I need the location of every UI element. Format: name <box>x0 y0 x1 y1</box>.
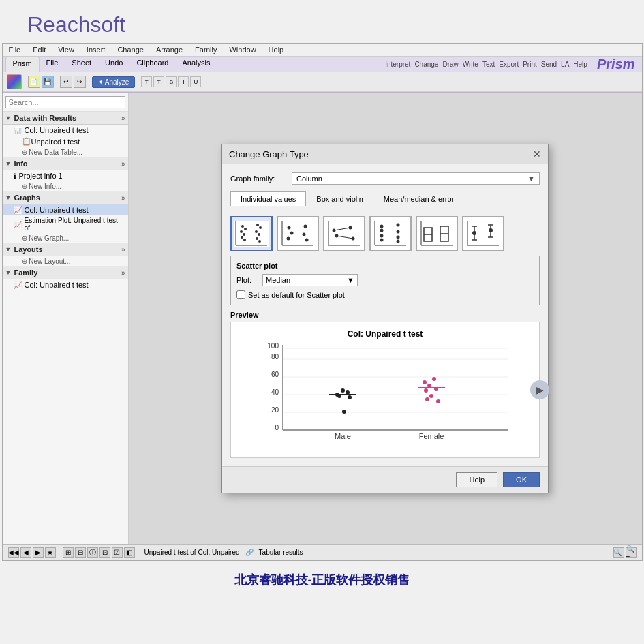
tab-individual-values[interactable]: Individual values <box>230 191 306 206</box>
ribbon-tab-analysis[interactable]: Analysis <box>175 57 217 72</box>
nav-bookmark-button[interactable]: ★ <box>45 547 56 558</box>
menu-insert[interactable]: Insert <box>85 45 108 55</box>
graph-thumb-svg-5 <box>418 219 455 248</box>
tb-icon-5[interactable]: U <box>190 76 201 87</box>
sidebar-search-container <box>3 93 128 112</box>
tb-icon-3[interactable]: B <box>166 76 177 87</box>
ribbon-group-draw: Draw <box>442 61 458 68</box>
dialog-close-button[interactable]: ✕ <box>533 149 541 159</box>
nav-next-button[interactable]: ▶ <box>33 547 44 558</box>
view-btn-4[interactable]: ⊡ <box>99 547 110 558</box>
sidebar-section-header-graphs[interactable]: ▼ Graphs » <box>3 191 128 204</box>
current-view-label: Unpaired t test of Col: Unpaired <box>144 549 240 556</box>
graph-thumb-1[interactable] <box>230 216 273 251</box>
new-icon[interactable]: 📄 <box>28 76 40 88</box>
view-btn-5[interactable]: ☑ <box>112 547 123 558</box>
status-info: Unpaired t test of Col: Unpaired 🔗 Tabul… <box>144 549 609 556</box>
undo-icon[interactable]: ↩ <box>60 76 72 88</box>
more-icon-graphs[interactable]: » <box>121 194 125 202</box>
default-checkbox[interactable] <box>236 290 245 299</box>
status-link-icon[interactable]: 🔗 <box>245 549 254 556</box>
preview-scroll-right-button[interactable]: ▶ <box>530 380 549 399</box>
menu-edit[interactable]: Edit <box>31 45 48 55</box>
graph-thumb-5[interactable] <box>416 216 458 251</box>
ribbon-group-text: Text <box>482 61 495 68</box>
analyze-button[interactable]: ✦ Analyze <box>92 76 136 88</box>
svg-point-9 <box>255 230 258 233</box>
ribbon-tab-file[interactable]: File <box>40 57 65 72</box>
zoom-out-button[interactable]: 🔍- <box>613 547 624 558</box>
preview-container: Col: Unpaired t test 0 <box>230 322 540 458</box>
more-icon-layouts[interactable]: » <box>121 246 125 254</box>
menu-arrange[interactable]: Arrange <box>154 45 185 55</box>
ribbon-tab-prism[interactable]: Prism <box>5 57 40 72</box>
sidebar-section-header-info[interactable]: ▼ Info » <box>3 157 128 170</box>
sidebar-new-data-table[interactable]: ⊕ New Data Table... <box>3 147 128 157</box>
sidebar-item-family-col[interactable]: 📈 Col: Unpaired t test <box>3 279 128 290</box>
graph-thumb-3[interactable] <box>323 216 365 251</box>
sidebar-subitem-unpaired[interactable]: 📋 Unpaired t test <box>3 136 128 147</box>
graph-thumb-2[interactable] <box>277 216 319 251</box>
sidebar-new-layout[interactable]: ⊕ New Layout... <box>3 256 128 266</box>
menu-window[interactable]: Window <box>227 45 258 55</box>
ribbon-tab-undo[interactable]: Undo <box>98 57 129 72</box>
sidebar-section-graphs: ▼ Graphs » 📈 Col: Unpaired t test 📈 Esti… <box>3 191 128 243</box>
sidebar-new-graph[interactable]: ⊕ New Graph... <box>3 233 128 243</box>
ribbon-tab-clipboard[interactable]: Clipboard <box>129 57 175 72</box>
graph-family-select[interactable]: Column ▼ <box>292 172 540 185</box>
help-button[interactable]: Help <box>456 472 497 487</box>
menu-file[interactable]: File <box>7 45 23 55</box>
svg-line-28 <box>337 236 353 239</box>
sidebar-item-col-unpaired[interactable]: 📊 Col: Unpaired t test <box>3 125 128 136</box>
graph-family-value: Column <box>296 174 322 183</box>
svg-point-3 <box>240 230 243 233</box>
sidebar-section-header-family[interactable]: ▼ Family » <box>3 266 128 279</box>
tb-icon-4[interactable]: I <box>178 76 189 87</box>
save-icon[interactable]: 💾 <box>42 76 54 88</box>
nav-prev-prev-button[interactable]: ◀◀ <box>8 547 19 558</box>
svg-point-75 <box>342 410 346 414</box>
redo-icon[interactable]: ↪ <box>74 76 86 88</box>
menu-view[interactable]: View <box>56 45 76 55</box>
graph-thumb-svg-3 <box>326 219 363 248</box>
menu-help[interactable]: Help <box>266 45 286 55</box>
search-input[interactable] <box>5 96 125 108</box>
sidebar-item-estimation-plot[interactable]: 📈 Estimation Plot: Unpaired t test of <box>3 215 128 233</box>
view-btn-3[interactable]: ⓘ <box>87 547 98 558</box>
sidebar-item-label-col-unpaired: Col: Unpaired t test <box>25 126 89 134</box>
svg-point-4 <box>243 233 245 236</box>
view-btn-6[interactable]: ◧ <box>124 547 135 558</box>
sidebar-item-col-graph[interactable]: 📈 Col: Unpaired t test <box>3 204 128 215</box>
tab-mean-median[interactable]: Mean/median & error <box>373 191 464 206</box>
zoom-in-button[interactable]: 🔍+ <box>626 547 637 558</box>
sidebar-new-info[interactable]: ⊕ New Info... <box>3 181 128 191</box>
sidebar-section-title-data: Data with Results <box>14 114 76 122</box>
tab-box-violin[interactable]: Box and violin <box>306 191 373 206</box>
graph-thumb-4[interactable] <box>369 216 412 251</box>
color-picker-icon[interactable] <box>7 74 22 89</box>
view-btn-1[interactable]: ⊞ <box>63 547 74 558</box>
app-logo: Reachsoft <box>27 12 125 37</box>
sidebar-section-header-layouts[interactable]: ▼ Layouts » <box>3 243 128 256</box>
ribbon-tab-sheet[interactable]: Sheet <box>65 57 98 72</box>
tb-icon-2[interactable]: T <box>153 76 164 87</box>
sidebar-item-label-estimation: Estimation Plot: Unpaired t test of <box>25 217 123 232</box>
menu-change[interactable]: Change <box>115 45 146 55</box>
more-icon-info[interactable]: » <box>121 160 125 168</box>
menu-family[interactable]: Family <box>193 45 219 55</box>
graph-thumb-6[interactable] <box>462 216 504 251</box>
ok-button[interactable]: OK <box>503 472 540 487</box>
sidebar-section-header-data[interactable]: ▼ Data with Results » <box>3 112 128 125</box>
sidebar-item-project-info[interactable]: ℹ Project info 1 <box>3 170 128 181</box>
ribbon: Prism File Sheet Undo Clipboard Analysis… <box>3 57 642 93</box>
chart-title: Col: Unpaired t test <box>238 329 532 339</box>
more-icon-data[interactable]: » <box>121 114 125 122</box>
nav-prev-button[interactable]: ◀ <box>20 547 31 558</box>
more-icon-family[interactable]: » <box>121 269 125 277</box>
ribbon-group-export: Export <box>499 61 519 68</box>
plot-select[interactable]: Median ▼ <box>262 274 358 286</box>
view-btn-2[interactable]: ⊟ <box>75 547 86 558</box>
sidebar-section-info: ▼ Info » ℹ Project info 1 ⊕ New Info... <box>3 157 128 191</box>
tb-icon-1[interactable]: T <box>141 76 152 87</box>
scatter-plot-row: Plot: Median ▼ <box>236 274 534 286</box>
